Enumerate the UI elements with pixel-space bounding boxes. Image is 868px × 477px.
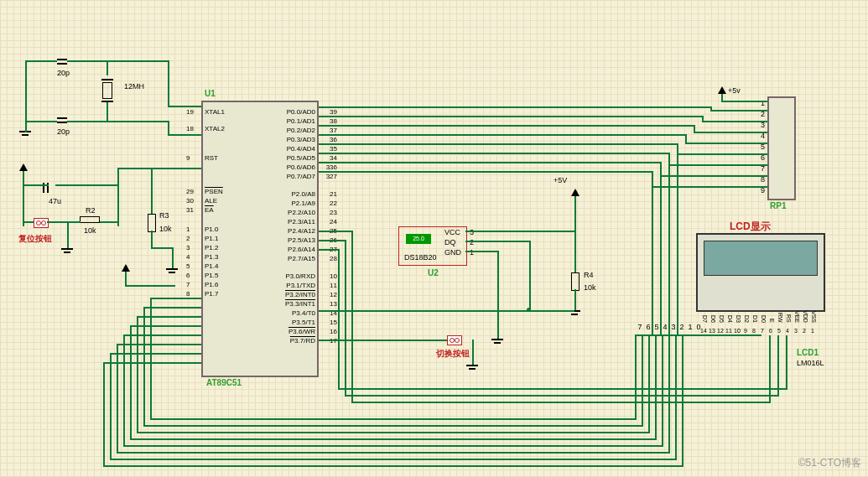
c3-val: 47u — [49, 197, 61, 205]
gnd-r3 — [166, 268, 178, 277]
res-r2 — [80, 216, 100, 223]
x1-val: 12MH — [124, 82, 144, 91]
rp1 — [767, 96, 796, 200]
u1-ref: U1 — [205, 89, 216, 98]
lcd-part: LM016L — [797, 359, 824, 367]
res-r4 — [571, 272, 580, 291]
watermark: ©51-CTO博客 — [798, 456, 861, 470]
res-r3 — [148, 214, 156, 232]
vcc-reset — [19, 163, 28, 171]
switch-button[interactable] — [447, 335, 462, 345]
lcd — [696, 233, 825, 312]
reset-label: 复位按钮 — [18, 233, 52, 245]
r3-val: 10k — [159, 225, 172, 233]
u2-ref: U2 — [428, 268, 439, 277]
gnd-sw — [466, 365, 478, 373]
switch-label: 切换按钮 — [436, 348, 470, 360]
lcd-ref: LCD1 — [797, 348, 819, 357]
r4-ref: R4 — [584, 271, 594, 279]
c1-val: 20p — [57, 69, 70, 77]
reset-button[interactable] — [34, 218, 49, 228]
vcc-rp1 — [718, 86, 726, 94]
vcc-5v — [571, 189, 580, 196]
vcc-ea — [122, 264, 130, 272]
lcd-title: LCD显示 — [730, 220, 771, 234]
r2-ref: R2 — [86, 206, 96, 215]
ds-part: DS18B20 — [404, 253, 437, 262]
gnd-ds — [491, 339, 503, 347]
mcu-u1: U1 AT89C51 19XTAL118XTAL29RST29PSEN30ALE… — [201, 101, 319, 377]
lcd-screen — [704, 241, 818, 276]
r4-val: 10k — [584, 283, 596, 292]
rp1-ref: RP1 — [770, 201, 786, 210]
gnd-reset — [61, 248, 73, 257]
r3-ref: R3 — [159, 211, 169, 220]
crystal — [102, 82, 112, 99]
vcc-5v-lbl: +5V — [554, 176, 567, 184]
r2-val: 10k — [84, 226, 96, 235]
c2-val: 20p — [57, 127, 70, 136]
u1-part: AT89C51 — [206, 378, 242, 387]
ds-temp: 25.0 — [406, 234, 431, 244]
vcc-rp1-lbl: +5v — [728, 86, 741, 95]
